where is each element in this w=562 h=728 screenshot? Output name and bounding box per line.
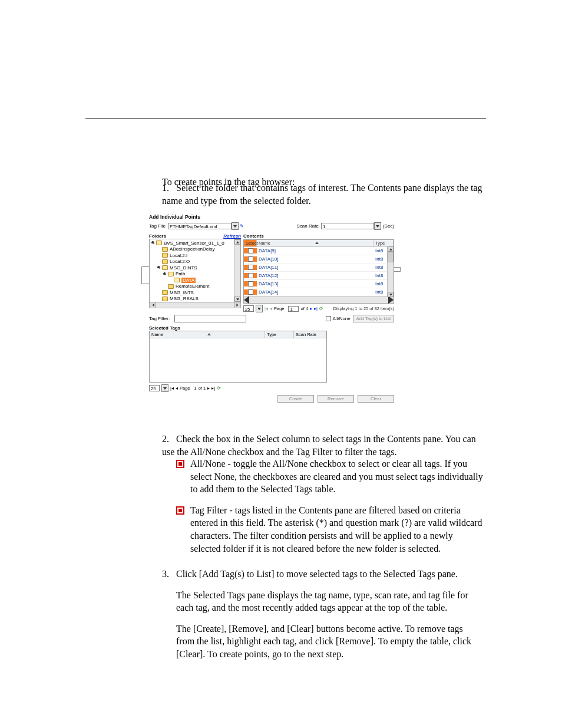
page-info: Displaying 1 to 25 of 82 item(s) — [333, 306, 394, 311]
tree-node-label[interactable]: Local:2:O — [170, 259, 190, 264]
table-row[interactable]: DATA[13]Int8 — [244, 280, 394, 288]
page-of: of 1 — [199, 386, 206, 391]
expand-icon[interactable] — [151, 241, 156, 245]
tree-vscroll[interactable] — [234, 239, 240, 302]
selected-tags-pager: 25 |◂ ◂ Page 1 of 1 ▸ ▸| ⟳ — [149, 384, 327, 392]
table-row[interactable]: DATA[11]Int8 — [244, 263, 394, 272]
scroll-up-icon[interactable] — [388, 246, 394, 252]
table-row[interactable]: DATA[10]Int8 — [244, 255, 394, 263]
contents-grid: Select Name Type DATA[9]Int8 DATA[10]Int… — [243, 239, 394, 304]
row-checkbox[interactable] — [248, 248, 253, 253]
folder-icon — [168, 272, 174, 276]
bullet-icon — [176, 460, 184, 468]
create-button[interactable]: Create — [277, 395, 314, 403]
folder-icon — [162, 297, 168, 301]
tree-hscroll[interactable] — [149, 302, 241, 308]
bullet-tagfilter: Tag Filter - tags listed in the Contents… — [190, 504, 483, 555]
row-checkbox[interactable] — [248, 256, 253, 262]
page-prev-icon[interactable]: ◂ — [176, 386, 178, 391]
page-first-icon[interactable]: |◂ — [265, 306, 268, 311]
tagfile-field[interactable]: FTHMETagDefault.xml — [168, 223, 232, 229]
step-1: 1.Select the folder that contains tags o… — [162, 182, 483, 207]
page-number-field[interactable]: 1 — [288, 306, 299, 312]
refresh-link[interactable]: Refresh — [223, 233, 241, 239]
scroll-down-icon[interactable] — [234, 297, 240, 302]
bullet-allnone: All/None - toggle the All/None checkbox … — [190, 457, 483, 496]
table-row[interactable]: DATA[9]Int8 — [244, 247, 394, 255]
dialog-title: Add Individual Points — [149, 214, 394, 220]
cell-name: DATA[12] — [257, 273, 373, 278]
scanrate-label: Scan Rate — [297, 223, 319, 229]
page-size-dropdown[interactable] — [256, 305, 263, 312]
page-first-icon[interactable]: |◂ — [170, 386, 174, 391]
table-row[interactable]: DATA[14]Int8 — [244, 288, 394, 297]
row-checkbox[interactable] — [248, 273, 253, 278]
scroll-thumb[interactable] — [388, 252, 394, 262]
scanrate-field[interactable]: 1 — [321, 223, 374, 229]
scroll-right-icon[interactable] — [388, 297, 394, 303]
page-prev-icon[interactable]: ◂ — [270, 306, 272, 311]
folder-icon — [156, 241, 162, 245]
scanrate-unit: (Sec) — [383, 223, 394, 229]
col-scanrate[interactable]: Scan Rate — [294, 331, 326, 338]
folder-tree[interactable]: BVS_Smart_Sensor_01_1_0 ABeeInspectionDe… — [149, 239, 241, 302]
scanrate-dropdown[interactable] — [374, 222, 381, 230]
scroll-down-icon[interactable] — [388, 292, 394, 297]
refresh-icon[interactable]: ⟳ — [217, 386, 221, 391]
contents-label: Contents — [243, 233, 394, 239]
edit-tagfile-icon[interactable]: ✎ — [240, 223, 244, 229]
tree-node-label[interactable]: ABeeInspectionDelay — [170, 246, 215, 252]
tree-node-label[interactable]: MSG_DINTS — [170, 265, 197, 271]
clear-button[interactable]: Clear — [358, 395, 394, 403]
tree-node-label[interactable]: BVS_Smart_Sensor_01_1_0 — [164, 241, 224, 246]
page-last-icon[interactable]: ▸| — [314, 306, 318, 311]
scroll-right-icon[interactable] — [234, 302, 240, 308]
col-type[interactable]: Type — [373, 240, 394, 246]
row-checkbox[interactable] — [248, 281, 253, 286]
scroll-up-icon[interactable] — [234, 239, 240, 245]
expand-icon[interactable] — [157, 265, 161, 270]
page-label: Page — [180, 386, 190, 391]
cell-name: DATA[10] — [257, 256, 373, 262]
bullet-icon — [176, 506, 184, 515]
tagfile-dropdown[interactable] — [232, 222, 239, 230]
grid-vscroll[interactable] — [387, 246, 394, 297]
page-last-icon[interactable]: ▸| — [211, 386, 215, 391]
page-size-dropdown[interactable] — [161, 384, 168, 392]
col-type[interactable]: Type — [265, 331, 294, 338]
tagfilter-input[interactable] — [174, 315, 246, 322]
page-of: of 4 — [300, 306, 308, 311]
contents-pager: 25 |◂ ◂ Page 1 of 4 ▸ ▸| ⟳ Displaying 1 … — [243, 305, 394, 312]
table-row[interactable]: DATA[12]Int8 — [244, 272, 394, 280]
refresh-icon[interactable]: ⟳ — [319, 306, 323, 311]
tree-node-label[interactable]: Local:2:I — [170, 253, 187, 258]
folder-icon — [162, 247, 168, 252]
allnone-checkbox[interactable] — [326, 316, 331, 321]
page-next-icon[interactable]: ▸ — [207, 386, 210, 391]
step3-number: 3. — [162, 568, 176, 581]
tree-node-label[interactable]: RemoteElement — [176, 284, 209, 289]
grid-hscroll[interactable] — [244, 297, 394, 303]
page-size-field[interactable]: 25 — [149, 385, 160, 391]
page-size-field[interactable]: 25 — [243, 305, 254, 312]
row-checkbox[interactable] — [248, 289, 253, 295]
tree-node-label[interactable]: MSG_INTS — [170, 290, 194, 295]
expand-icon[interactable] — [163, 272, 167, 276]
remove-button[interactable]: Remove — [318, 395, 354, 403]
tree-node-label[interactable]: Path — [176, 271, 185, 276]
scroll-left-icon[interactable] — [244, 297, 249, 303]
page-label: Page — [274, 306, 285, 311]
tree-node-label[interactable]: MSG_REALS — [170, 296, 199, 301]
row-checkbox[interactable] — [248, 265, 253, 270]
page-next-icon[interactable]: ▸ — [310, 306, 312, 311]
cell-name: DATA[11] — [257, 265, 373, 270]
col-select[interactable]: Select — [244, 240, 257, 246]
col-name[interactable]: Name — [150, 331, 265, 338]
scroll-left-icon[interactable] — [150, 302, 156, 308]
col-name[interactable]: Name — [257, 240, 373, 246]
callout-right-bracket — [394, 267, 401, 272]
folder-icon — [162, 265, 168, 270]
tree-node-selected[interactable]: DATA — [181, 278, 196, 283]
add-tags-button[interactable]: Add Tag(s) to List — [353, 315, 394, 322]
page-number-field[interactable]: 1 — [194, 386, 196, 391]
